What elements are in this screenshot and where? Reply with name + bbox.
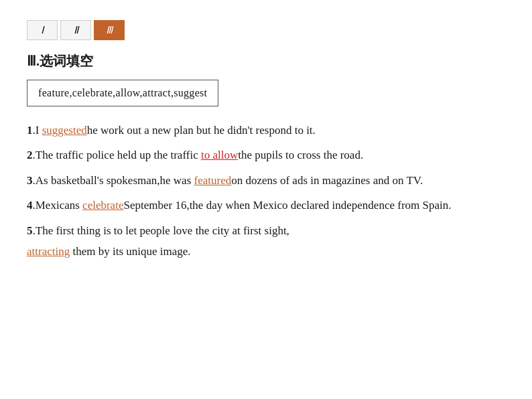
sentence-1-answer: suggested	[42, 124, 87, 137]
sentence-3-after: on dozens of ads in magazines and on TV.	[231, 174, 423, 187]
tab-2[interactable]: Ⅱ	[60, 20, 91, 40]
sentence-2: 2.The traffic police held up the traffic…	[27, 145, 505, 165]
sentence-4: 4.Mexicans celebrateSeptember 16,the day…	[27, 195, 505, 216]
sentence-5-before: .The first thing is to let people love t…	[33, 224, 289, 237]
sentence-2-number: 2	[27, 149, 33, 161]
sentence-4-after: September 16,the day when Mexico declare…	[123, 199, 451, 212]
sentence-3-before: .As basketball's spokesman,he was	[33, 174, 194, 187]
sentence-4-answer: celebrate	[82, 199, 123, 212]
sentence-3-number: 3	[27, 174, 33, 187]
sentence-1-number: 1	[27, 124, 33, 137]
sentence-2-before: .The traffic police held up the traffic	[33, 149, 201, 161]
tab-1[interactable]: Ⅰ	[27, 20, 58, 40]
sentence-4-number: 4	[27, 199, 33, 212]
sentence-3: 3.As basketball's spokesman,he was featu…	[27, 170, 505, 191]
tab-3[interactable]: Ⅲ	[94, 20, 125, 40]
sentence-5-after: them by its unique image.	[70, 245, 190, 258]
sentence-5: 5.The first thing is to let people love …	[27, 220, 505, 262]
sentence-2-answer: to allow	[201, 149, 238, 161]
sentence-1-before: .I	[33, 124, 42, 137]
sentence-5-answer: attracting	[27, 245, 70, 258]
sentence-1-after: he work out a new plan but he didn't res…	[87, 124, 316, 137]
tab-bar: Ⅰ Ⅱ Ⅲ	[27, 20, 505, 40]
sentence-5-number: 5	[27, 224, 33, 237]
sentence-2-after: the pupils to cross the road.	[238, 149, 363, 161]
word-box: feature,celebrate,allow,attract,suggest	[27, 80, 218, 106]
sentence-3-answer: featured	[194, 174, 232, 187]
exercise-content: 1.I suggestedhe work out a new plan but …	[27, 120, 505, 262]
section-title: Ⅲ.选词填空	[27, 52, 505, 70]
sentence-4-before: .Mexicans	[33, 199, 83, 212]
sentence-1: 1.I suggestedhe work out a new plan but …	[27, 120, 505, 141]
